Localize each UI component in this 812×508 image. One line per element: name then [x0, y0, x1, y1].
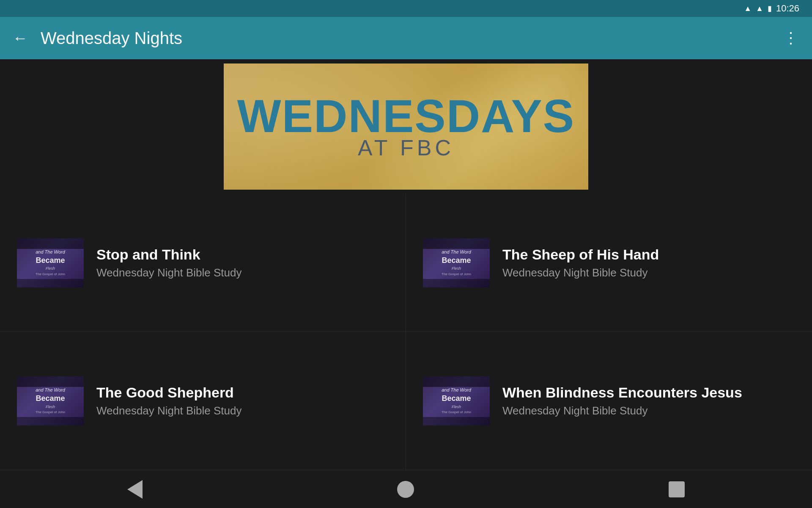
nav-recents-button[interactable]	[669, 481, 685, 497]
thumb-line4: The Gospel of John	[36, 410, 65, 414]
thumb-line4: The Gospel of John	[442, 272, 471, 276]
thumb-line2: Became	[36, 256, 65, 265]
thumb-line3: Flesh	[452, 266, 461, 271]
content-grid: and The Word Became Flesh The Gospel of …	[0, 194, 812, 470]
more-options-button[interactable]: ⋮	[783, 30, 799, 46]
thumb-line3: Flesh	[452, 405, 461, 410]
signal-icon: ▲	[756, 4, 763, 13]
list-item[interactable]: and The Word Became Flesh The Gospel of …	[0, 332, 406, 470]
status-bar: ▲ ▲ ▮ 10:26	[0, 0, 812, 17]
nav-home-button[interactable]	[397, 481, 414, 498]
thumb-line4: The Gospel of John	[36, 272, 65, 276]
status-time: 10:26	[776, 3, 799, 14]
wifi-icon: ▲	[744, 4, 752, 13]
thumb-line1: and The Word	[442, 249, 471, 255]
recents-square-icon	[669, 481, 685, 497]
thumb-line3: Flesh	[46, 405, 55, 410]
thumbnail-inner-4: and The Word Became Flesh The Gospel of …	[423, 376, 490, 425]
list-item[interactable]: and The Word Became Flesh The Gospel of …	[406, 332, 812, 470]
thumbnail-2: and The Word Became Flesh The Gospel of …	[423, 238, 490, 287]
thumbnail-1: and The Word Became Flesh The Gospel of …	[17, 238, 84, 287]
page-title: Wednesday Nights	[41, 29, 182, 48]
thumbnail-3: and The Word Became Flesh The Gospel of …	[17, 376, 84, 425]
item-title-1: Stop and Think	[96, 246, 242, 263]
list-item[interactable]: and The Word Became Flesh The Gospel of …	[406, 194, 812, 332]
thumb-line4: The Gospel of John	[442, 410, 471, 414]
item-subtitle-3: Wednesday Night Bible Study	[96, 404, 242, 417]
item-title-4: When Blindness Encounters Jesus	[502, 384, 742, 401]
thumb-line2: Became	[442, 394, 471, 403]
item-subtitle-4: Wednesday Night Bible Study	[502, 404, 742, 417]
thumbnail-inner-1: and The Word Became Flesh The Gospel of …	[17, 238, 84, 287]
thumbnail-inner-2: and The Word Became Flesh The Gospel of …	[423, 238, 490, 287]
list-item[interactable]: and The Word Became Flesh The Gospel of …	[0, 194, 406, 332]
thumb-line1: and The Word	[36, 387, 65, 393]
hero-banner: WEDNESDAYS AT FBC	[224, 64, 588, 190]
thumb-line3: Flesh	[46, 266, 55, 271]
hero-sub-text: AT FBC	[358, 135, 454, 160]
item-text-1: Stop and Think Wednesday Night Bible Stu…	[96, 246, 242, 279]
hero-main-text: WEDNESDAYS	[237, 93, 575, 139]
home-circle-icon	[397, 481, 414, 498]
thumb-line1: and The Word	[442, 387, 471, 393]
item-text-4: When Blindness Encounters Jesus Wednesda…	[502, 384, 742, 417]
item-subtitle-1: Wednesday Night Bible Study	[96, 266, 242, 279]
thumbnail-inner-3: and The Word Became Flesh The Gospel of …	[17, 376, 84, 425]
banner-wrapper: WEDNESDAYS AT FBC	[0, 59, 812, 194]
item-text-2: The Sheep of His Hand Wednesday Night Bi…	[502, 246, 659, 279]
thumbnail-4: and The Word Became Flesh The Gospel of …	[423, 376, 490, 425]
status-icons: ▲ ▲ ▮ 10:26	[744, 3, 799, 14]
item-title-2: The Sheep of His Hand	[502, 246, 659, 263]
thumb-line1: and The Word	[36, 249, 65, 255]
item-text-3: The Good Shepherd Wednesday Night Bible …	[96, 384, 242, 417]
top-bar-left: ← Wednesday Nights	[13, 29, 182, 48]
thumb-line2: Became	[36, 394, 65, 403]
nav-back-button[interactable]	[127, 480, 143, 499]
back-button[interactable]: ←	[13, 30, 28, 46]
bottom-nav	[0, 470, 812, 508]
item-title-3: The Good Shepherd	[96, 384, 242, 401]
item-subtitle-2: Wednesday Night Bible Study	[502, 266, 659, 279]
back-triangle-icon	[127, 480, 143, 499]
thumb-line2: Became	[442, 256, 471, 265]
top-app-bar: ← Wednesday Nights ⋮	[0, 17, 812, 59]
battery-icon: ▮	[768, 4, 772, 13]
